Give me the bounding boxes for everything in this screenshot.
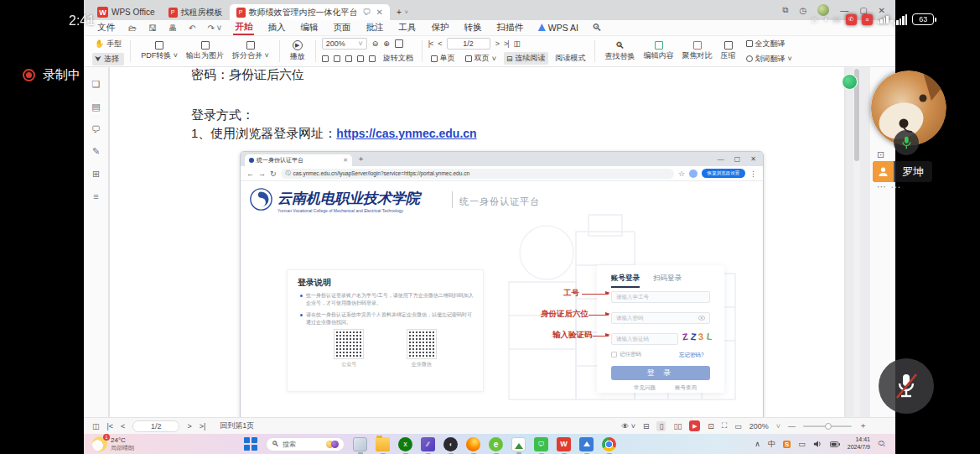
fit-width-icon[interactable]: ⛶ (722, 421, 727, 431)
compress-button[interactable]: 压缩 (717, 41, 740, 61)
wps-icon[interactable]: W (557, 437, 571, 451)
zoom-out-button[interactable]: — (788, 422, 796, 431)
tab-scan-login[interactable]: 扫码登录 (653, 274, 682, 288)
browser-restore-button[interactable]: 恢复浏览器设置 (702, 169, 745, 178)
first-page-icon[interactable]: |< (107, 422, 114, 431)
menu-tab-insert[interactable]: 插入 (266, 21, 287, 34)
word-translate-button[interactable]: 划词翻译 ˅ (744, 53, 795, 65)
hand-tool-button[interactable]: ✋手型 (92, 38, 124, 50)
volume-icon[interactable] (813, 440, 822, 448)
profile-icon[interactable] (689, 170, 697, 178)
taskbar-search-box[interactable]: 🔍︎ 搜索 (266, 437, 345, 451)
compare-button[interactable]: 聚焦对比 (678, 41, 717, 61)
save-icon[interactable]: 🖫 (148, 23, 157, 33)
app-blue-icon[interactable] (579, 437, 594, 451)
mic-active-icon[interactable] (894, 130, 919, 155)
faq-link[interactable]: 常见问题 (634, 384, 656, 392)
username-input[interactable]: 请输入学工号 (611, 291, 710, 303)
browser-e-icon[interactable]: e (489, 437, 503, 451)
layers-icon[interactable]: ≡ (93, 191, 98, 201)
new-tab-button[interactable]: + ˅ (390, 4, 415, 20)
vertical-scrollbar[interactable] (853, 67, 860, 417)
undo-icon[interactable]: ↶ (189, 23, 195, 33)
continuous-view-icon[interactable]: ⊟ (643, 422, 650, 431)
zoom-out-icon[interactable]: ⊖ (372, 39, 379, 48)
zoom-dropdown-icon[interactable]: ˅ (776, 422, 780, 431)
fit-screen-icon[interactable]: ▭ (734, 422, 742, 431)
photos-icon[interactable] (511, 437, 526, 451)
visual-studio-icon[interactable]: ∕∕ (421, 437, 435, 451)
rotate-right-icon[interactable] (369, 55, 376, 62)
menu-tab-page[interactable]: 页面 (331, 21, 352, 34)
single-page-view-icon[interactable]: ▯ (656, 421, 666, 431)
zoom-slider[interactable] (803, 425, 852, 427)
cas-url-link[interactable]: https://cas.ynmec.edu.cn (336, 127, 476, 140)
split-merge-button[interactable]: 拆分合并 ˅ (228, 41, 273, 61)
page-indicator[interactable]: 1/2 (447, 38, 490, 50)
captcha-input[interactable]: 请输入验证码 (611, 333, 678, 345)
find-replace-button[interactable]: 🔍︎查找替换 (601, 40, 640, 62)
history-icon[interactable]: ◷ (799, 6, 806, 15)
menu-tab-scan[interactable]: 扫描件 (495, 21, 525, 34)
menu-tab-tools[interactable]: 工具 (397, 21, 417, 34)
more-options-icon[interactable]: ⋯ (890, 181, 902, 193)
zoom-in-icon[interactable]: ⊕ (383, 39, 390, 48)
menu-tab-protect[interactable]: 保护 (429, 21, 450, 34)
firefox-icon[interactable] (466, 437, 480, 451)
browser-new-tab-icon[interactable]: ＋ (357, 154, 365, 164)
last-page-icon[interactable]: >| (200, 422, 206, 431)
notification-bell-icon[interactable]: 🗬 (878, 440, 885, 448)
reload-icon[interactable]: ↻ (270, 170, 277, 178)
search-icon[interactable]: 🔍︎ (592, 22, 602, 34)
zoom-slider-knob[interactable] (825, 423, 832, 430)
taskbar-weather-widget[interactable]: 1 24°C 局部晴朗 (84, 436, 243, 451)
single-page-button[interactable]: 单页 (428, 52, 458, 65)
mic-muted-button[interactable] (879, 358, 934, 414)
zoom-in-button[interactable]: ＋ (859, 420, 867, 431)
doc-tab-template[interactable]: P 找租房模板 (162, 4, 230, 20)
account-query-link[interactable]: 账号查询 (675, 384, 697, 392)
export-image-button[interactable]: 输出为图片 (182, 41, 228, 61)
battery-icon[interactable] (830, 441, 840, 448)
browser-menu-icon[interactable]: ⋮ (749, 170, 757, 178)
doc-tab-active[interactable]: P 教师绩效管理内控一体化平台 🗩 ✕ (230, 4, 390, 20)
menu-tab-home[interactable]: 开始 (233, 20, 254, 35)
bookmark-star-icon[interactable]: ☆ (678, 170, 685, 178)
sidebar-toggle-icon[interactable]: ◫ (92, 422, 100, 431)
show-password-eye-icon[interactable] (698, 316, 705, 321)
double-page-view-icon[interactable]: ▯▯ (673, 422, 682, 431)
select-tool-button[interactable]: ⮟选择 (92, 53, 124, 65)
double-page-button[interactable]: 双页 ˅ (463, 52, 499, 65)
zoom-select[interactable]: 200%˅ (322, 38, 367, 50)
bookmark-icon[interactable]: ❏ (92, 79, 101, 90)
login-button[interactable]: 登 录 (611, 366, 710, 380)
browser-minimize-icon[interactable]: — (718, 155, 724, 163)
snapshot-icon[interactable]: ⊡ (877, 149, 884, 160)
wechat-icon[interactable]: 🗩 (534, 437, 548, 451)
remember-checkbox[interactable] (611, 352, 617, 357)
annotate-pen-icon[interactable]: ✎ (92, 146, 100, 157)
forward-icon[interactable]: → (258, 170, 266, 178)
start-button[interactable] (243, 437, 257, 451)
back-to-page-1-button[interactable]: 回到第1页 (220, 420, 254, 431)
comment-panel-icon[interactable]: 🗩 (91, 124, 101, 134)
play-slideshow-button[interactable]: ▶ (689, 420, 700, 431)
page-number-box[interactable]: 1/2 (132, 420, 179, 432)
insert-page-icon[interactable] (345, 55, 352, 62)
thumbnail-icon[interactable]: ▤ (91, 102, 100, 112)
redo-icon[interactable]: ↷ ˅ (207, 23, 221, 33)
zoom-level[interactable]: 200% (749, 422, 769, 431)
captcha-image[interactable]: Z Z 3 L (682, 331, 712, 342)
attachment-icon[interactable]: ⊞ (92, 169, 100, 180)
next-page-icon[interactable]: > (495, 39, 499, 48)
play-button[interactable]: ▶播放 (286, 40, 309, 62)
tablet-mode-icon[interactable]: ▭ (798, 440, 806, 448)
password-input[interactable]: 请输入密码 (611, 312, 710, 324)
wps-home-tab[interactable]: W WPS Office (91, 4, 162, 20)
more-tools-icon[interactable]: ⋯ (877, 181, 886, 192)
browser-close-icon[interactable]: ✕ (750, 155, 756, 163)
rotate-left-icon[interactable] (357, 55, 364, 62)
tab-account-login[interactable]: 账号登录 (611, 274, 640, 288)
browser-maximize-icon[interactable]: ▢ (734, 155, 741, 163)
menu-file[interactable]: 文件 (96, 21, 117, 34)
